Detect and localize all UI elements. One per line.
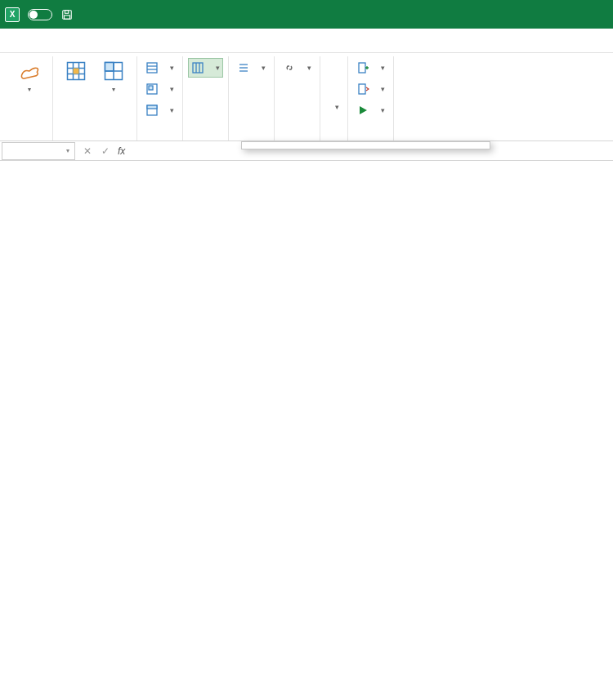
chevron-down-icon: ▾ — [262, 64, 266, 72]
chevron-down-icon: ▾ — [381, 64, 385, 72]
region-icon — [145, 82, 159, 96]
link-icon — [283, 61, 296, 74]
chevron-down-icon: ▾ — [170, 106, 174, 114]
chevron-down-icon: ▾ — [170, 85, 174, 93]
sheet-icon — [145, 61, 159, 74]
import-menu-button[interactable]: ▾ — [353, 58, 388, 78]
columns-rows-dropdown-menu — [241, 141, 490, 149]
cancel-formula-button[interactable]: ✕ — [78, 145, 96, 157]
select-button[interactable]: ▾ — [96, 58, 132, 95]
grid-focus-icon — [65, 60, 87, 82]
chevron-down-icon: ▾ — [381, 85, 385, 93]
start-menu-button[interactable]: ▾ — [353, 100, 388, 120]
chevron-down-icon: ▾ — [170, 64, 174, 72]
system-menu-button[interactable]: ▾ — [325, 97, 342, 117]
svg-rect-17 — [149, 86, 153, 90]
columns-rows-icon — [191, 61, 204, 74]
svg-rect-8 — [74, 69, 79, 74]
chevron-down-icon: ▾ — [381, 106, 385, 114]
fx-icon[interactable]: fx — [114, 145, 128, 157]
svg-rect-27 — [359, 84, 365, 94]
play-icon — [356, 104, 369, 117]
save-icon[interactable] — [60, 8, 74, 21]
chevron-down-icon: ▾ — [307, 64, 311, 72]
excel-logo-icon: X — [5, 7, 20, 22]
svg-rect-1 — [65, 10, 68, 13]
svg-rect-13 — [147, 63, 157, 73]
svg-rect-10 — [105, 63, 114, 72]
region-menu-button[interactable]: ▾ — [142, 79, 177, 99]
import-icon — [356, 61, 369, 74]
chevron-down-icon: ▾ — [112, 86, 115, 93]
ribbon-tabs — [0, 29, 613, 53]
web-menu-button[interactable]: ▾ — [280, 58, 315, 78]
chevron-down-icon: ▾ — [335, 103, 339, 111]
favorites-button[interactable]: ▾ — [11, 58, 47, 95]
numbers-icon — [237, 61, 250, 74]
autosave-toggle[interactable] — [25, 9, 56, 20]
chevron-down-icon: ▾ — [66, 147, 69, 154]
chevron-down-icon: ▾ — [216, 64, 220, 72]
svg-rect-20 — [193, 63, 203, 73]
svg-rect-26 — [359, 63, 365, 73]
columns-rows-menu-button[interactable]: ▾ — [188, 58, 223, 78]
export-icon — [356, 82, 369, 96]
numbers-dates-menu-button[interactable]: ▾ — [234, 58, 269, 78]
chevron-down-icon: ▾ — [28, 86, 31, 93]
svg-rect-19 — [147, 105, 157, 109]
svg-rect-2 — [65, 15, 70, 18]
vision-control-button[interactable] — [58, 58, 94, 86]
select-grid-icon — [102, 60, 125, 82]
fill-menu-button[interactable]: ▾ — [142, 100, 177, 120]
ribbon: ▾ ▾ — [0, 53, 613, 141]
rabbit-icon — [18, 60, 41, 82]
worksheet-menu-button[interactable]: ▾ — [142, 58, 177, 78]
toggle-switch-icon — [28, 9, 52, 20]
fill-icon — [145, 104, 159, 117]
confirm-formula-button[interactable]: ✓ — [96, 145, 114, 157]
export-menu-button[interactable]: ▾ — [353, 79, 388, 99]
name-box[interactable]: ▾ — [2, 142, 75, 160]
